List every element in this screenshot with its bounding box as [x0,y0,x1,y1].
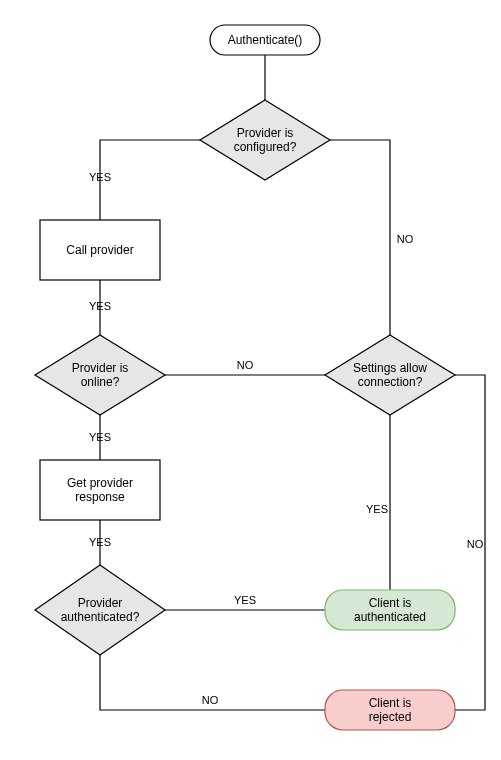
node-settings-allow-label-1: Settings allow [353,361,427,375]
node-provider-online: Provider is online? [35,335,165,415]
node-start: Authenticate() [210,25,320,55]
node-provider-configured-label-1: Provider is [237,126,294,140]
edge-label-no: NO [237,359,254,371]
node-provider-configured: Provider is configured? [200,100,330,180]
edge-label-yes: YES [89,300,111,312]
edge-configured-settings [330,140,390,335]
edge-label-no: NO [467,538,484,550]
node-settings-allow-label-2: connection? [358,375,423,389]
node-provider-online-label-2: online? [81,375,120,389]
node-provider-online-label-1: Provider is [72,361,129,375]
node-provider-authenticated-label-1: Provider [78,596,123,610]
flowchart-diagram: YES NO YES NO YES YES YES NO YES NO Auth… [0,0,501,760]
node-client-rejected: Client is rejected [325,690,455,730]
node-get-response-label-1: Get provider [67,476,133,490]
node-start-label: Authenticate() [228,33,303,47]
edge-label-yes: YES [89,171,111,183]
node-get-response: Get provider response [40,460,160,520]
edge-configured-call [100,140,200,220]
node-client-rejected-label-2: rejected [369,710,412,724]
node-call-provider: Call provider [40,220,160,280]
edge-label-no: NO [397,233,414,245]
node-client-authenticated-label-1: Client is [369,596,412,610]
edge-label-no: NO [202,694,219,706]
node-settings-allow: Settings allow connection? [325,335,455,415]
edge-label-yes: YES [89,431,111,443]
edge-label-yes: YES [234,594,256,606]
node-provider-authenticated: Provider authenticated? [35,565,165,655]
node-get-response-label-2: response [75,490,125,504]
node-call-provider-label: Call provider [66,243,133,257]
node-provider-authenticated-label-2: authenticated? [61,610,140,624]
node-client-authenticated-label-2: authenticated [354,610,426,624]
edge-label-yes: YES [366,503,388,515]
node-provider-configured-label-2: configured? [234,140,297,154]
node-client-rejected-label-1: Client is [369,696,412,710]
node-client-authenticated: Client is authenticated [325,590,455,630]
edge-label-yes: YES [89,536,111,548]
